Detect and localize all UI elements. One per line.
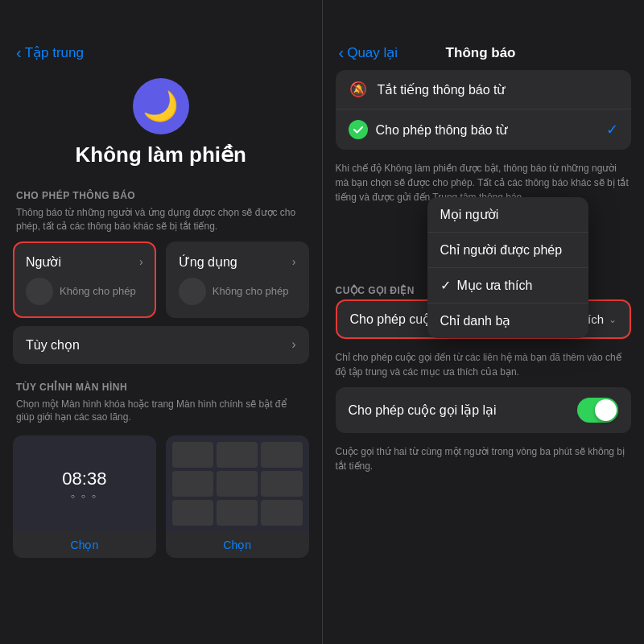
allow-label: Cho phép thông báo từ [376,122,607,138]
toggle-knob [595,399,617,421]
dropdown-item-allowed[interactable]: Chỉ người được phép [427,233,588,268]
calls-desc: Chỉ cho phép cuộc gọi đến từ các liên hệ… [323,345,645,387]
person-card-chevron: › [139,255,143,268]
allow-section-desc: Thông báo từ những người và ứng dụng đượ… [0,206,322,242]
person-avatar-row: Không cho phép [26,278,143,305]
custom-option-chevron: › [291,337,295,352]
dropdown-check-icon: ✓ [440,278,451,293]
choose-home-button[interactable]: Chọn [166,532,309,558]
allow-checkmark: ✓ [606,121,618,138]
notification-type-section: 🔕 Tắt tiếng thông báo từ Cho phép thông … [336,70,632,150]
allow-cards-grid: Người › Không cho phép Ứng dụng › Không … [0,242,322,318]
app-status: Không cho phép [213,285,289,297]
app-card-chevron: › [292,255,296,268]
custom-option-label: Tùy chọn [26,337,80,353]
checkmark-icon [353,124,364,135]
dropdown-item-everyone[interactable]: Mọi người [427,197,588,233]
mute-icon: 🔕 [349,80,368,98]
mute-row[interactable]: 🔕 Tắt tiếng thông báo từ [336,70,632,109]
app-icon-7 [172,500,213,526]
repeat-calls-toggle[interactable] [577,398,618,423]
lock-screen-preview: 08:38 ○ ○ ○ [13,436,156,532]
repeat-calls-desc: Cuộc gọi thứ hai từ cùng một người trong… [323,440,645,481]
right-back-button[interactable]: ‹ Quay lại [339,43,398,62]
lock-dots: ○ ○ ○ [71,493,98,500]
home-screen-preview [166,436,309,532]
dropdown-item-contacts[interactable]: Chỉ danh bạ [427,303,588,338]
right-panel: ‹ Quay lại Thông báo 🔕 Tắt tiếng thông b… [323,0,645,644]
right-page-title: Thông báo [398,45,564,61]
dropdown-item-favorites-label: Mục ưa thích [457,278,533,293]
right-back-chevron: ‹ [339,43,345,62]
app-icon-5 [217,471,258,497]
person-avatar [26,278,53,305]
left-panel: ‹ Tập trung 🌙 Không làm phiền CHO PHÉP T… [0,0,322,644]
person-status: Không cho phép [60,285,136,297]
screen-section-desc: Chọn một Màn hình khóa hoặc trang Màn hì… [0,398,322,436]
dropdown-item-allowed-label: Chỉ người được phép [440,242,563,258]
app-card-label: Ứng dụng [179,254,237,270]
app-icon-3 [261,442,302,468]
custom-option-row[interactable]: Tùy chọn › [13,326,309,364]
app-icon-4 [172,471,213,497]
dropdown-item-favorites[interactable]: ✓ Mục ưa thích [427,268,588,303]
right-header: ‹ Quay lại Thông báo [323,0,645,70]
dropdown-item-everyone-label: Mọi người [440,207,499,222]
dropdown-menu: Mọi người Chỉ người được phép ✓ Mục ưa t… [427,197,588,338]
left-back-label: Tập trung [25,44,84,61]
app-icon-6 [261,471,302,497]
allow-row[interactable]: Cho phép thông báo từ ✓ [336,109,632,150]
app-icon-8 [217,500,258,526]
app-card-title: Ứng dụng › [179,254,296,270]
app-icon-1 [172,442,213,468]
app-icon-2 [217,442,258,468]
screen-chooser: 08:38 ○ ○ ○ Chọn Chọn [0,436,322,558]
allow-green-check [349,120,368,139]
app-avatar [179,278,206,305]
left-back-button[interactable]: ‹ Tập trung [16,43,84,62]
right-back-label: Quay lại [347,44,398,61]
left-header: ‹ Tập trung [0,0,322,70]
left-back-chevron: ‹ [16,43,22,62]
app-icon-9 [261,500,302,526]
app-avatar-row: Không cho phép [179,278,296,305]
person-card-title: Người › [26,254,143,270]
moon-icon-wrap: 🌙 [0,78,322,134]
repeat-calls-row: Cho phép cuộc gọi lặp lại [336,387,632,433]
moon-icon: 🌙 [133,78,189,134]
dropdown-item-contacts-label: Chỉ danh bạ [440,313,511,328]
repeat-calls-label: Cho phép cuộc gọi lặp lại [349,402,578,418]
choose-lock-button[interactable]: Chọn [13,532,156,558]
screen-section-label: TÙY CHỈNH MÀN HÌNH [0,382,322,398]
right-content: 🔕 Tắt tiếng thông báo từ Cho phép thông … [323,70,645,644]
repeat-calls-section: Cho phép cuộc gọi lặp lại [336,387,632,433]
person-card[interactable]: Người › Không cho phép [13,242,156,318]
app-card[interactable]: Ứng dụng › Không cho phép [166,242,309,318]
lock-time: 08:38 [62,469,106,489]
page-title: Không làm phiền [0,142,322,167]
home-screen-card[interactable]: Chọn [166,436,309,558]
allow-section-label: CHO PHÉP THÔNG BÁO [0,190,322,206]
allow-calls-chevron: ⌄ [609,314,617,325]
mute-label: Tắt tiếng thông báo từ [378,82,619,97]
lock-screen-card[interactable]: 08:38 ○ ○ ○ Chọn [13,436,156,558]
person-card-label: Người [26,254,61,270]
